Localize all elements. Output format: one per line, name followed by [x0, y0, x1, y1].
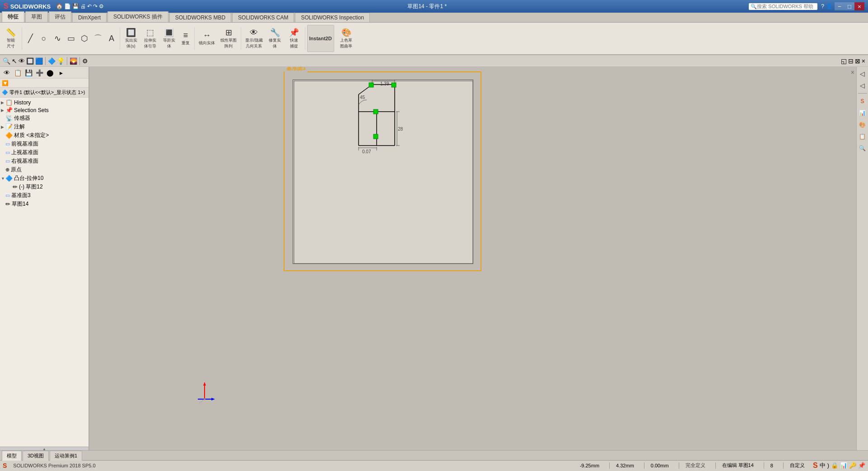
drawing-paper[interactable]: 1.39 28 45 0.07: [293, 80, 473, 264]
panel-list-btn[interactable]: 📋: [13, 68, 23, 78]
view-setting-btn[interactable]: ⚙: [82, 57, 88, 65]
status-sep1: [609, 462, 610, 469]
close-btn[interactable]: ×: [854, 2, 864, 10]
tree-item-sketch14[interactable]: ▶ ✏ 草图14: [0, 200, 89, 208]
scene-btn[interactable]: 🌄: [70, 57, 77, 65]
undo-icon[interactable]: ↶: [87, 3, 92, 9]
tree-item-annotations[interactable]: ▶ 📝 注解: [0, 122, 89, 131]
arc-btn[interactable]: ⌒: [92, 25, 104, 52]
panel-circle-btn[interactable]: ⬤: [45, 68, 55, 78]
status-sep4: [715, 462, 716, 469]
rp-solidworks-icon3[interactable]: 🎨: [858, 120, 868, 130]
material-label: 材质 <未指定>: [14, 132, 49, 139]
linear-pattern-btn[interactable]: ⊞ 线性草图阵列: [218, 25, 239, 52]
tab-evaluate[interactable]: 评估: [49, 11, 71, 22]
tree-item-sketch12[interactable]: ▶ ✏ (-) 草图12: [0, 183, 89, 191]
text-btn[interactable]: A: [105, 25, 118, 52]
new-icon[interactable]: 📄: [64, 3, 71, 9]
view-wire-btn[interactable]: 🔲: [26, 57, 34, 65]
tile-btn[interactable]: ⊟: [848, 57, 854, 65]
tree-item-selection[interactable]: ▶ 📌 Selection Sets: [0, 106, 89, 114]
tab-sw-addins[interactable]: SOLIDWORKS 插件: [107, 11, 168, 22]
canvas-close-btn[interactable]: ×: [851, 69, 854, 76]
part-icon: 🔷: [2, 89, 8, 95]
svg-text:0.07: 0.07: [362, 149, 371, 154]
view-shade-btn[interactable]: 🟦: [35, 57, 43, 65]
annotations-label: 注解: [14, 123, 25, 131]
rp-expand-btn2[interactable]: ◁: [858, 80, 868, 90]
viewport-close-btn[interactable]: ×: [862, 57, 865, 65]
view-orient-btn[interactable]: 🔍: [3, 57, 10, 65]
repeat-btn[interactable]: ≡ 重复: [179, 25, 192, 52]
snap-btn[interactable]: 📌 快速捕捉: [285, 25, 303, 52]
line-btn[interactable]: ╱: [24, 25, 37, 52]
tab-model[interactable]: 模型: [2, 451, 22, 461]
rp-solidworks-icon1[interactable]: S: [858, 96, 868, 106]
right-plane-icon: ▭: [5, 158, 10, 164]
help-btn[interactable]: ?: [821, 3, 824, 9]
instant2d-btn[interactable]: Instant2D: [307, 25, 334, 52]
circle-btn[interactable]: ○: [37, 25, 50, 52]
offset-btn[interactable]: 🔳 等距实体: [160, 25, 178, 52]
tab-sw-cam[interactable]: SOLIDWORKS CAM: [232, 13, 294, 22]
filter-row: 🔽: [0, 79, 89, 88]
display-mode-btn[interactable]: 🔷: [48, 57, 56, 65]
search-input[interactable]: [757, 4, 816, 9]
minimize-btn[interactable]: −: [835, 2, 845, 10]
tab-dimxpert[interactable]: DimXpert: [72, 13, 107, 22]
redo-icon[interactable]: ↷: [93, 3, 98, 9]
rp-expand-btn[interactable]: ◁: [858, 69, 868, 79]
tree-item-origin[interactable]: ▶ ⊕ 原点: [0, 165, 89, 174]
restore-btn[interactable]: □: [845, 2, 854, 10]
tree-item-history[interactable]: ▶ 📋 History: [0, 99, 89, 106]
rp-solidworks-icon2[interactable]: 📊: [858, 108, 868, 118]
snap-icon: 📌: [289, 28, 299, 38]
tree-item-right-plane[interactable]: ▶ ▭ 右视基准面: [0, 157, 89, 165]
tab-sketch[interactable]: 草图: [25, 11, 48, 22]
float-btn[interactable]: ⊠: [855, 57, 860, 65]
tree-item-front-plane[interactable]: ▶ ▭ 前视基准面: [0, 140, 89, 148]
print-icon[interactable]: 🖨: [80, 3, 86, 9]
tab-animation[interactable]: 运动算例1: [50, 451, 82, 461]
color-curvature-btn[interactable]: 🎨 上色草图曲率: [335, 25, 358, 52]
tab-3dview[interactable]: 3D视图: [23, 451, 49, 461]
save-icon[interactable]: 💾: [72, 3, 79, 9]
view-hidden-btn[interactable]: 👁: [19, 57, 25, 65]
panel-add-btn[interactable]: ➕: [34, 68, 44, 78]
home-icon[interactable]: 🏠: [56, 3, 63, 9]
base3-icon: ▭: [5, 193, 10, 198]
tree-item-base3[interactable]: ▶ ▭ 基准面3: [0, 191, 89, 200]
polygon-btn[interactable]: ⬡: [78, 25, 91, 52]
show-relations-btn[interactable]: 👁 显示/隐藏几何关系: [243, 25, 265, 52]
tree-item-material[interactable]: ▶ 🔶 材质 <未指定>: [0, 131, 89, 140]
panel-resize-handle[interactable]: ▲: [0, 447, 89, 450]
svg-rect-9: [369, 83, 373, 87]
rp-solidworks-icon5[interactable]: 🔍: [858, 143, 868, 153]
selection-label: Selection Sets: [14, 107, 49, 113]
panel-arrow-btn[interactable]: ▸: [56, 68, 66, 78]
tree-item-top-plane[interactable]: ▶ ▭ 上视基准面: [0, 148, 89, 157]
panel-save-btn[interactable]: 💾: [23, 68, 33, 78]
repair-btn[interactable]: 🔧 修复实体: [266, 25, 284, 52]
smart-dim-btn[interactable]: 📏 智能尺寸: [2, 25, 20, 52]
mirror-btn[interactable]: ↔ 镜向实体: [196, 25, 217, 52]
tab-sw-mbd[interactable]: SOLIDWORKS MBD: [169, 13, 231, 22]
extrude-guide-btn[interactable]: ⬚ 拉伸实体引导: [141, 25, 159, 52]
tab-sw-inspection[interactable]: SOLIDWORKS Inspection: [295, 13, 369, 22]
tab-feature[interactable]: 特征: [2, 11, 24, 22]
extrude-boss-btn[interactable]: 🔲 实出实体(s): [122, 25, 140, 52]
color-curvature-icon: 🎨: [341, 28, 351, 38]
tree-item-extrude10[interactable]: ▼ 🔷 凸台-拉伸10: [0, 174, 89, 183]
rect-btn[interactable]: ▭: [65, 25, 77, 52]
light-btn[interactable]: 💡: [57, 57, 65, 65]
panel-view-btn[interactable]: 👁: [2, 68, 12, 78]
view-select-btn[interactable]: ↖: [12, 57, 17, 65]
arc-icon: ⌒: [94, 33, 102, 44]
tree-item-sensors[interactable]: ▶ 📡 传感器: [0, 114, 89, 122]
options-icon[interactable]: ⚙: [99, 3, 104, 9]
rp-solidworks-icon4[interactable]: 📋: [858, 132, 868, 141]
spline-btn[interactable]: ∿: [51, 25, 64, 52]
part-header[interactable]: 🔷 零件1 (默认<<默认>_显示状态 1>): [0, 88, 89, 98]
collapse-btn[interactable]: ◱: [841, 57, 847, 65]
user-icon[interactable]: 👤: [826, 3, 833, 9]
